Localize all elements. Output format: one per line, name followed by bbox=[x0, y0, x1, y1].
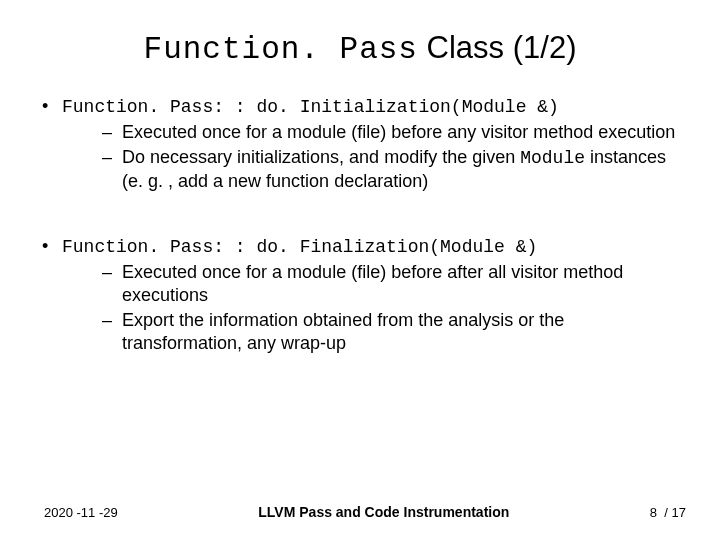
slide-content: Function. Pass: : do. Initialization(Mod… bbox=[36, 95, 684, 355]
footer-date: 2020 -11 -29 bbox=[44, 505, 118, 520]
slide: Function. Pass Class (1/2) Function. Pas… bbox=[0, 0, 720, 540]
bullet-1-heading: Function. Pass: : do. Initialization(Mod… bbox=[62, 97, 559, 117]
bullet-list-2: Function. Pass: : do. Finalization(Modul… bbox=[36, 235, 684, 355]
sub-1-2-mono: Module bbox=[520, 148, 585, 168]
sub-1-2-a: Do necessary initializations, and modify… bbox=[122, 147, 520, 167]
sublist-1: Executed once for a module (file) before… bbox=[62, 121, 684, 193]
sub-2-1: Executed once for a module (file) before… bbox=[62, 261, 684, 307]
sub-2-2: Export the information obtained from the… bbox=[62, 309, 684, 355]
bullet-1: Function. Pass: : do. Initialization(Mod… bbox=[36, 95, 684, 193]
title-rest: Class (1/2) bbox=[418, 30, 576, 65]
sub-1-2: Do necessary initializations, and modify… bbox=[62, 146, 684, 193]
bullet-list-1: Function. Pass: : do. Initialization(Mod… bbox=[36, 95, 684, 193]
sub-1-1: Executed once for a module (file) before… bbox=[62, 121, 684, 144]
slide-title: Function. Pass Class (1/2) bbox=[36, 30, 684, 67]
sublist-2: Executed once for a module (file) before… bbox=[62, 261, 684, 355]
bullet-2: Function. Pass: : do. Finalization(Modul… bbox=[36, 235, 684, 355]
slide-footer: 2020 -11 -29 LLVM Pass and Code Instrume… bbox=[0, 504, 720, 520]
title-mono: Function. Pass bbox=[144, 32, 418, 67]
bullet-2-heading: Function. Pass: : do. Finalization(Modul… bbox=[62, 237, 537, 257]
footer-page: 8 / 17 bbox=[650, 505, 686, 520]
footer-center: LLVM Pass and Code Instrumentation bbox=[258, 504, 509, 520]
